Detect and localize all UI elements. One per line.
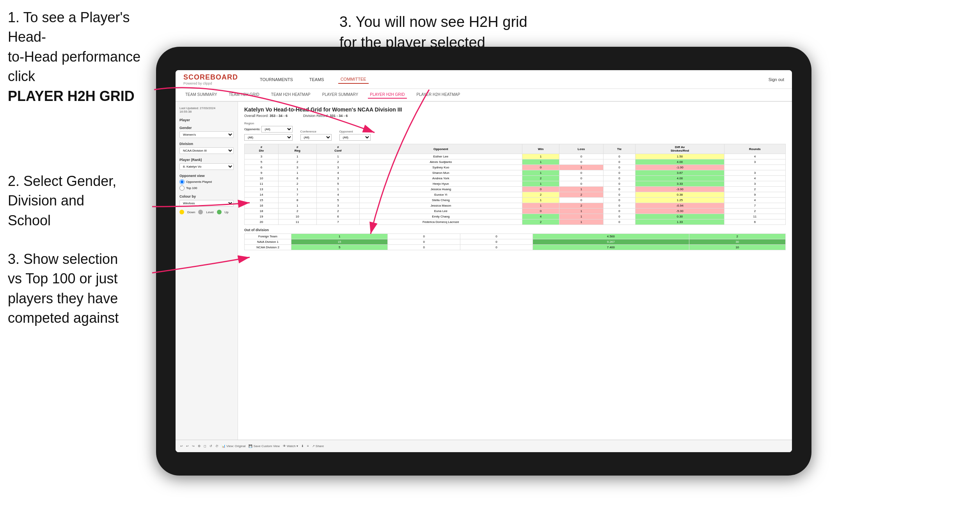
division-section: Division NCAA Division III xyxy=(179,142,234,154)
subnav-player-summary[interactable]: PLAYER SUMMARY xyxy=(320,91,360,99)
player-label: Player xyxy=(179,118,234,122)
nav-teams[interactable]: TEAMS xyxy=(307,76,327,83)
opponents-label: Opponents: xyxy=(244,127,260,131)
logo-subtitle: Powered by clippd xyxy=(183,81,238,85)
out-division-row: NAIA Division 1 15 0 0 9.267 30 xyxy=(245,239,786,245)
table-row: 10 6 3 Andrea York 2 0 0 4.00 4 xyxy=(245,176,786,181)
subnav-team-h2h-heatmap[interactable]: TEAM H2H HEATMAP xyxy=(269,91,312,99)
division-select[interactable]: NCAA Division III xyxy=(179,147,234,154)
content-area: Katelyn Vo Head-to-Head Grid for Women's… xyxy=(238,102,792,452)
col-tie: Tie xyxy=(603,144,636,154)
nav-right: Sign out xyxy=(769,77,784,82)
tablet-frame: SCOREBOARD Powered by clippd TOURNAMENTS… xyxy=(156,47,811,476)
filter-opponent: Opponent (All) xyxy=(339,130,371,141)
player-rank-section: Player (Rank) 8. Katelyn Vo xyxy=(179,158,234,170)
toolbar-download[interactable]: ⬇ xyxy=(301,444,304,448)
opponent-view-section: Opponent view Opponents Played Top 100 xyxy=(179,174,234,191)
conference-label: Conference xyxy=(300,130,332,133)
table-row: 18 2 2 Euna Lee 0 1 0 -5.00 2 xyxy=(245,209,786,214)
toolbar-watch[interactable]: 👁 Watch ▾ xyxy=(283,444,298,448)
opponent-filter-label: Opponent xyxy=(339,130,371,133)
radio-opponents-played: Opponents Played xyxy=(179,179,234,184)
tablet-screen: SCOREBOARD Powered by clippd TOURNAMENTS… xyxy=(176,70,792,452)
logo-title: SCOREBOARD xyxy=(183,73,238,81)
player-rank-select[interactable]: 8. Katelyn Vo xyxy=(179,163,234,170)
legend-up-label: Up xyxy=(225,210,229,214)
table-row: 13 1 1 Jessica Huang 0 1 0 -3.00 2 xyxy=(245,187,786,192)
col-rounds: Rounds xyxy=(724,144,785,154)
region-label: Region xyxy=(244,122,293,125)
player-section: Player xyxy=(179,118,234,122)
filter-row: Region Opponents: (All) (All) Conference xyxy=(244,122,786,141)
gender-section: Gender Women's xyxy=(179,126,234,138)
nav-committee[interactable]: COMMITTEE xyxy=(338,75,369,84)
legend-level-dot xyxy=(198,210,203,214)
sign-out-link[interactable]: Sign out xyxy=(769,77,784,82)
table-row: 3 1 1 Esther Lee 1 0 0 1.50 4 xyxy=(245,154,786,159)
col-reg: #Reg xyxy=(278,144,316,154)
table-row: 11 2 5 Heejo Hyun 1 0 0 3.33 3 xyxy=(245,181,786,187)
conference-select[interactable]: (All) xyxy=(300,134,332,141)
legend-level-label: Level xyxy=(206,210,213,214)
toolbar-share[interactable]: ↗ Share xyxy=(312,444,324,448)
page-title: Katelyn Vo Head-to-Head Grid for Women's… xyxy=(244,106,786,113)
out-division-row: NCAA Division 2 5 0 0 7.400 10 xyxy=(245,245,786,250)
table-row: 19 10 6 Emily Chang 4 1 0 0.30 11 xyxy=(245,214,786,219)
col-conf: #Conf xyxy=(316,144,359,154)
opponent-select[interactable]: (All) xyxy=(339,134,371,141)
instruction-step1: 1. To see a Player's Head- to-Head perfo… xyxy=(8,8,156,106)
out-division-row: Foreign Team 1 0 0 4.500 2 xyxy=(245,234,786,239)
table-row: 14 7 4 Eunice Yi 2 2 0 0.38 9 xyxy=(245,192,786,198)
sidebar: Last Updated: 27/03/2024 16:55:38 Player… xyxy=(176,102,238,452)
sub-nav: TEAM SUMMARY TEAM H2H GRID TEAM H2H HEAT… xyxy=(176,89,792,102)
division-record-label: Division Record: 331 - 34 - 6 xyxy=(303,114,348,118)
col-diff: Diff AvStrokes/Rnd xyxy=(636,144,724,154)
last-updated: Last Updated: 27/03/2024 16:55:38 xyxy=(179,106,234,113)
opponents-select[interactable]: (All) xyxy=(261,126,293,133)
filter-region: Region Opponents: (All) (All) xyxy=(244,122,293,141)
colour-select[interactable]: Win/loss xyxy=(179,200,234,207)
nav-bar: SCOREBOARD Powered by clippd TOURNAMENTS… xyxy=(176,70,792,89)
main-table: #Div #Reg #Conf Opponent Win Loss Tie Di… xyxy=(244,144,786,225)
region-select[interactable]: (All) xyxy=(244,134,293,141)
col-div: #Div xyxy=(245,144,279,154)
col-loss: Loss xyxy=(559,144,603,154)
table-row: 20 11 7 Federica Domecq Lacroze 2 1 0 1.… xyxy=(245,219,786,225)
filter-conference: Conference (All) xyxy=(300,130,332,141)
colour-section: Colour by Win/loss Down Level Up xyxy=(179,195,234,214)
opponent-view-label: Opponent view xyxy=(179,174,234,178)
nav-tournaments[interactable]: TOURNAMENTS xyxy=(257,76,295,83)
radio-opponents-input[interactable] xyxy=(179,179,185,184)
radio-top100: Top 100 xyxy=(179,186,234,191)
subnav-player-h2h-grid[interactable]: PLAYER H2H GRID xyxy=(368,91,407,99)
bottom-toolbar: ↩ ↩ ↪ ⚙ ◻ ↺ ⏱ 📊 View: Original 💾 Save Cu… xyxy=(238,440,792,452)
col-win: Win xyxy=(522,144,559,154)
legend-down-label: Down xyxy=(187,210,195,214)
table-row: 15 8 5 Stella Cheng 1 0 0 1.25 4 xyxy=(245,198,786,203)
division-label: Division xyxy=(179,142,234,146)
radio-top100-input[interactable] xyxy=(179,186,185,191)
subnav-team-h2h-grid[interactable]: TEAM H2H GRID xyxy=(227,91,261,99)
player-rank-label: Player (Rank) xyxy=(179,158,234,162)
toolbar-menu[interactable]: ≡ xyxy=(307,444,309,448)
subnav-team-summary[interactable]: TEAM SUMMARY xyxy=(183,91,219,99)
record-row: Overall Record: 353 - 34 - 6 Division Re… xyxy=(244,114,786,118)
toolbar-view-original[interactable]: 📊 View: Original xyxy=(238,444,245,448)
legend-up-dot xyxy=(217,210,222,214)
table-row: 5 2 2 Alexis Sudjianto 1 0 0 4.00 3 xyxy=(245,159,786,165)
logo-area: SCOREBOARD Powered by clippd xyxy=(183,73,238,85)
toolbar-save-view[interactable]: 💾 Save Custom View xyxy=(249,444,280,448)
table-row: 9 1 4 Sharon Mun 1 0 0 3.67 3 xyxy=(245,170,786,176)
colour-label: Colour by xyxy=(179,195,234,198)
table-row: 16 1 3 Jessica Mason 1 2 0 -0.94 7 xyxy=(245,203,786,209)
legend-row: Down Level Up xyxy=(179,210,234,214)
out-division-table: Foreign Team 1 0 0 4.500 2 NAIA Division… xyxy=(244,233,786,250)
gender-label: Gender xyxy=(179,126,234,130)
overall-record-label: Overall Record: 353 - 34 - 6 xyxy=(244,114,288,118)
main-content: Last Updated: 27/03/2024 16:55:38 Player… xyxy=(176,102,792,452)
gender-select[interactable]: Women's xyxy=(179,131,234,138)
instruction-step2: 2. Select Gender, Division and School xyxy=(8,172,156,230)
instruction-step3-bottom: 3. Show selection vs Top 100 or just pla… xyxy=(8,249,148,328)
col-opponent: Opponent xyxy=(360,144,522,154)
subnav-player-h2h-heatmap[interactable]: PLAYER H2H HEATMAP xyxy=(415,91,462,99)
